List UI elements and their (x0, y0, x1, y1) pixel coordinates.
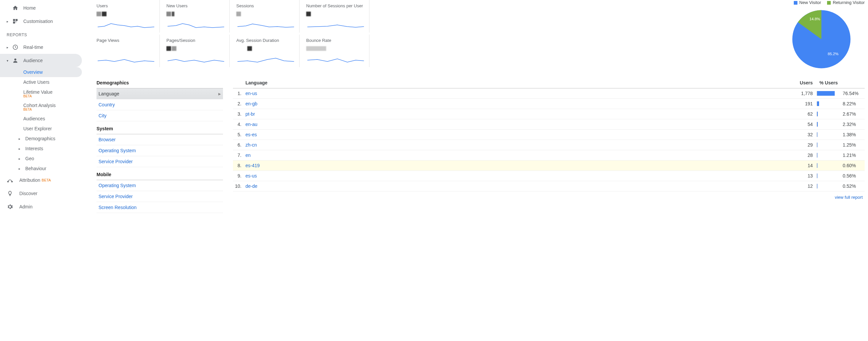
svg-rect-1 (16, 19, 18, 21)
col-header-users[interactable]: Users (589, 77, 815, 89)
row-language-link[interactable]: en (243, 150, 589, 161)
row-language-link[interactable]: es-419 (243, 161, 589, 171)
table-row[interactable]: 4.en-au542.32% (233, 119, 865, 130)
sub-cohort-analysis[interactable]: Cohort AnalysisBETA (0, 100, 90, 114)
metric-pages-session[interactable]: Pages/Session (166, 35, 230, 67)
dim-service-provider[interactable]: Service Provider (96, 156, 223, 167)
sparkline (96, 20, 155, 30)
dim-os[interactable]: Operating System (96, 145, 223, 156)
row-rank: 9. (233, 171, 243, 181)
metric-sessions[interactable]: Sessions (236, 0, 300, 33)
metric-value (96, 10, 155, 19)
svg-rect-3 (16, 22, 16, 22)
beta-badge: BETA (23, 94, 85, 98)
metric-value (236, 45, 295, 54)
row-rank: 5. (233, 130, 243, 140)
col-header-pct-users[interactable]: % Users (815, 77, 865, 89)
col-header-language[interactable]: Language (243, 77, 589, 89)
dim-language[interactable]: Language▶ (96, 89, 223, 99)
row-language-link[interactable]: zh-cn (243, 140, 589, 150)
sub-active-users[interactable]: Active Users (0, 77, 90, 87)
sub-demographics[interactable]: ▸Demographics (0, 134, 90, 144)
table-row[interactable]: 3.pt-br622.67% (233, 109, 865, 119)
legend-square-icon (827, 1, 831, 5)
dashboard-icon (12, 18, 19, 25)
metric-page-views[interactable]: Page Views (96, 35, 160, 67)
metric-users[interactable]: Users (96, 0, 160, 33)
table-row[interactable]: 6.zh-cn291.25% (233, 140, 865, 150)
sub-label: Interests (25, 146, 43, 151)
sub-overview[interactable]: Overview (0, 67, 82, 77)
arrow-right-icon: ▶ (218, 92, 221, 96)
row-pct: 2.32% (815, 119, 865, 130)
table-row[interactable]: 2.en-gb1918.22% (233, 99, 865, 109)
row-pct: 1.38% (815, 130, 865, 140)
metric-value (236, 10, 295, 19)
table-row[interactable]: 8.es-419140.60% (233, 161, 865, 171)
metric-avg-session-duration[interactable]: Avg. Session Duration (236, 35, 300, 67)
caret-right-icon: ▸ (7, 20, 10, 23)
row-users: 28 (589, 150, 815, 161)
row-language-link[interactable]: pt-br (243, 109, 589, 119)
beta-badge: BETA (41, 178, 51, 182)
nav-audience[interactable]: ▾ Audience (0, 54, 82, 67)
sparkline (306, 20, 365, 30)
svg-rect-2 (13, 22, 15, 24)
home-icon (12, 5, 19, 11)
row-rank: 6. (233, 140, 243, 150)
metric-label: Users (96, 3, 155, 8)
table-row[interactable]: 10.de-de120.52% (233, 181, 865, 192)
table-row[interactable]: 5.es-es321.38% (233, 130, 865, 140)
row-pct: 0.52% (815, 181, 865, 192)
table-row[interactable]: 7.en281.21% (233, 150, 865, 161)
dim-browser[interactable]: Browser (96, 134, 223, 145)
sub-interests[interactable]: ▸Interests (0, 144, 90, 154)
sub-behaviour[interactable]: ▸Behaviour (0, 164, 90, 173)
metric-sessions-per-user[interactable]: Number of Sessions per User (306, 0, 369, 33)
row-language-link[interactable]: en-gb (243, 99, 589, 109)
row-language-link[interactable]: es-us (243, 171, 589, 181)
nav-home[interactable]: Home (0, 1, 90, 14)
row-language-link[interactable]: es-es (243, 130, 589, 140)
sub-user-explorer[interactable]: User Explorer (0, 124, 90, 134)
dim-screen-resolution[interactable]: Screen Resolution (96, 202, 223, 213)
dim-city[interactable]: City (96, 110, 223, 121)
nav-customisation[interactable]: ▸ Customisation (0, 14, 90, 28)
svg-rect-0 (13, 19, 15, 21)
main-content: Users New Users Sessions (90, 0, 868, 216)
nav-attribution[interactable]: AttributionBETA (0, 173, 90, 187)
row-language-link[interactable]: en-au (243, 119, 589, 130)
sub-audiences[interactable]: Audiences (0, 114, 90, 124)
legend-label: Returning Visitor (833, 0, 865, 5)
table-row[interactable]: 1.en-us1,77876.54% (233, 89, 865, 99)
table-row[interactable]: 9.es-us130.56% (233, 171, 865, 181)
dim-label: Language (98, 91, 119, 96)
dim-mobile-service-provider[interactable]: Service Provider (96, 191, 223, 202)
metric-value (166, 45, 225, 54)
caret-right-icon: ▸ (19, 137, 20, 141)
row-language-link[interactable]: de-de (243, 181, 589, 192)
row-pct: 1.25% (815, 140, 865, 150)
metric-new-users[interactable]: New Users (166, 0, 230, 33)
nav-discover[interactable]: Discover (0, 187, 90, 200)
pie-legend: New Visitor Returning Visitor (778, 0, 865, 5)
caret-right-icon: ▸ (19, 147, 20, 150)
metric-bounce-rate[interactable]: Bounce Rate (306, 35, 369, 67)
view-full-report-link[interactable]: view full report (233, 192, 865, 203)
row-users: 62 (589, 109, 815, 119)
nav-admin[interactable]: Admin (0, 200, 90, 213)
sub-geo[interactable]: ▸Geo (0, 154, 90, 164)
sub-lifetime-value[interactable]: Lifetime ValueBETA (0, 87, 90, 100)
dim-country[interactable]: Country (96, 99, 223, 110)
svg-point-5 (14, 59, 16, 61)
nav-label: Customisation (23, 19, 53, 24)
metric-label: Avg. Session Duration (236, 38, 295, 43)
pie-slice-label: 14.8% (809, 17, 820, 21)
row-language-link[interactable]: en-us (243, 89, 589, 99)
sub-label: User Explorer (23, 126, 52, 131)
legend-returning: Returning Visitor (827, 0, 865, 5)
caret-right-icon: ▸ (19, 167, 20, 170)
audience-submenu: Overview Active Users Lifetime ValueBETA… (0, 67, 90, 173)
dim-mobile-os[interactable]: Operating System (96, 180, 223, 191)
nav-realtime[interactable]: ▸ Real-time (0, 40, 90, 54)
